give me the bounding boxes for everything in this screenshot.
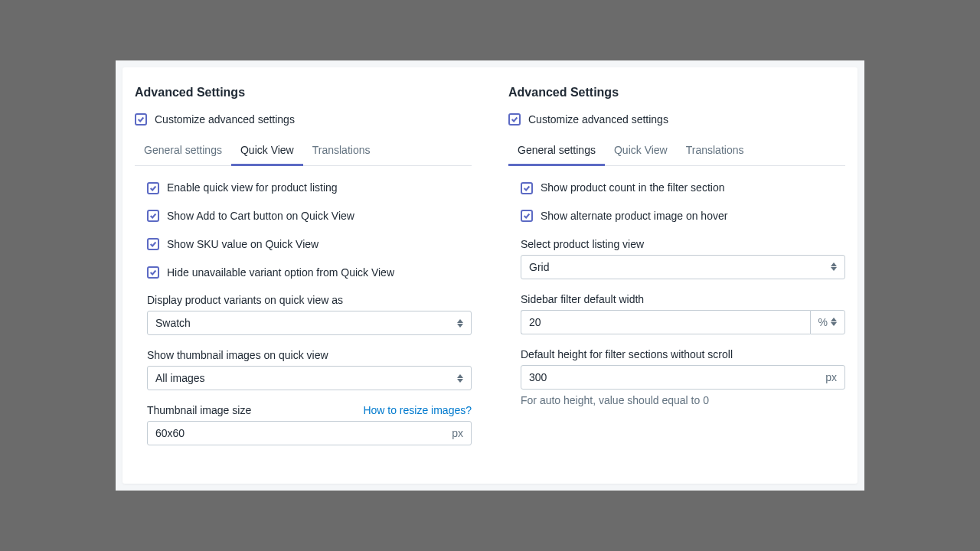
svg-marker-2 bbox=[457, 374, 463, 378]
settings-card: Advanced Settings Customize advanced set… bbox=[122, 67, 858, 484]
section-title: Advanced Settings bbox=[508, 86, 845, 99]
thumbnail-size-input[interactable]: 60x60 px bbox=[147, 421, 472, 445]
listing-view-field: Select product listing view Grid bbox=[521, 238, 845, 279]
tab-quick-view[interactable]: Quick View bbox=[231, 136, 303, 165]
option-add-to-cart[interactable]: Show Add to Cart button on Quick View bbox=[147, 210, 472, 223]
checkbox-label: Show SKU value on Quick View bbox=[167, 238, 318, 251]
tab-general-settings[interactable]: General settings bbox=[135, 136, 231, 165]
tab-general-settings[interactable]: General settings bbox=[508, 136, 605, 165]
checkbox-label: Customize advanced settings bbox=[528, 113, 668, 126]
option-enable-quick-view[interactable]: Enable quick view for product listing bbox=[147, 181, 472, 194]
left-panel: Advanced Settings Customize advanced set… bbox=[135, 86, 472, 460]
tab-translations[interactable]: Translations bbox=[677, 136, 753, 165]
sidebar-width-field: Sidebar filter default width 20 % bbox=[521, 293, 845, 334]
svg-marker-6 bbox=[831, 318, 837, 321]
checkbox-label: Enable quick view for product listing bbox=[167, 181, 338, 194]
tab-quick-view[interactable]: Quick View bbox=[605, 136, 677, 165]
tab-body: Show product count in the filter section… bbox=[508, 181, 845, 406]
thumbnail-images-select[interactable]: All images bbox=[147, 366, 472, 390]
tab-body: Enable quick view for product listing Sh… bbox=[135, 181, 472, 445]
checkbox-label: Show product count in the filter section bbox=[541, 181, 724, 194]
unit-label: % bbox=[818, 316, 828, 328]
help-text: For auto height, value should equal to 0 bbox=[521, 394, 845, 406]
input-value: 60x60 bbox=[155, 427, 185, 439]
section-title: Advanced Settings bbox=[135, 86, 472, 99]
thumbnail-images-field: Show thumbnail images on quick view All … bbox=[147, 349, 472, 390]
tabs: General settings Quick View Translations bbox=[508, 136, 845, 166]
checkbox-icon bbox=[508, 113, 521, 126]
tabs: General settings Quick View Translations bbox=[135, 136, 472, 166]
select-value: All images bbox=[155, 372, 205, 384]
sidebar-width-input[interactable]: 20 bbox=[521, 310, 810, 334]
field-label: Default height for filter sections witho… bbox=[521, 348, 733, 360]
chevron-updown-icon bbox=[831, 318, 837, 326]
checkbox-icon bbox=[147, 182, 159, 194]
checkbox-icon bbox=[147, 238, 159, 250]
chevron-updown-icon bbox=[457, 374, 463, 383]
option-hide-unavailable[interactable]: Hide unavailable variant option from Qui… bbox=[147, 266, 472, 279]
svg-marker-4 bbox=[831, 262, 837, 266]
checkbox-icon bbox=[521, 210, 533, 222]
svg-marker-7 bbox=[831, 322, 837, 326]
checkbox-label: Show alternate product image on hover bbox=[541, 210, 727, 223]
customize-advanced-toggle[interactable]: Customize advanced settings bbox=[508, 113, 845, 126]
checkbox-icon bbox=[147, 210, 159, 222]
checkbox-icon bbox=[147, 266, 159, 279]
option-product-count[interactable]: Show product count in the filter section bbox=[521, 181, 845, 194]
select-value: Swatch bbox=[155, 317, 191, 329]
checkbox-icon bbox=[135, 113, 147, 126]
tab-translations[interactable]: Translations bbox=[303, 136, 380, 165]
svg-marker-1 bbox=[457, 324, 463, 328]
unit-label: px bbox=[819, 371, 837, 383]
sidebar-width-unit-select[interactable]: % bbox=[810, 310, 845, 334]
listing-view-select[interactable]: Grid bbox=[521, 255, 845, 279]
svg-marker-3 bbox=[457, 379, 463, 383]
svg-marker-0 bbox=[457, 319, 463, 323]
select-value: Grid bbox=[529, 261, 549, 273]
checkbox-label: Customize advanced settings bbox=[155, 113, 295, 126]
checkbox-icon bbox=[521, 182, 533, 194]
right-panel: Advanced Settings Customize advanced set… bbox=[508, 86, 845, 460]
checkbox-label: Show Add to Cart button on Quick View bbox=[167, 210, 354, 223]
settings-wrapper: Advanced Settings Customize advanced set… bbox=[116, 60, 864, 491]
customize-advanced-toggle[interactable]: Customize advanced settings bbox=[135, 113, 472, 126]
chevron-updown-icon bbox=[831, 262, 837, 271]
field-label: Show thumbnail images on quick view bbox=[147, 349, 328, 361]
option-alternate-image[interactable]: Show alternate product image on hover bbox=[521, 210, 845, 223]
field-label: Thumbnail image size bbox=[147, 404, 251, 416]
svg-marker-5 bbox=[831, 267, 837, 271]
field-label: Display product variants on quick view a… bbox=[147, 294, 343, 306]
input-value: 20 bbox=[529, 316, 541, 328]
variant-display-select[interactable]: Swatch bbox=[147, 311, 472, 335]
field-label: Sidebar filter default width bbox=[521, 293, 644, 305]
chevron-updown-icon bbox=[457, 319, 463, 328]
field-label: Select product listing view bbox=[521, 238, 644, 250]
resize-help-link[interactable]: How to resize images? bbox=[363, 404, 472, 416]
filter-height-input[interactable]: 300 px bbox=[521, 365, 845, 390]
input-value: 300 bbox=[529, 371, 547, 383]
unit-label: px bbox=[446, 427, 463, 439]
thumbnail-size-field: Thumbnail image size How to resize image… bbox=[147, 404, 472, 445]
filter-height-field: Default height for filter sections witho… bbox=[521, 348, 845, 406]
option-sku[interactable]: Show SKU value on Quick View bbox=[147, 238, 472, 251]
variant-display-field: Display product variants on quick view a… bbox=[147, 294, 472, 335]
checkbox-label: Hide unavailable variant option from Qui… bbox=[167, 266, 394, 279]
